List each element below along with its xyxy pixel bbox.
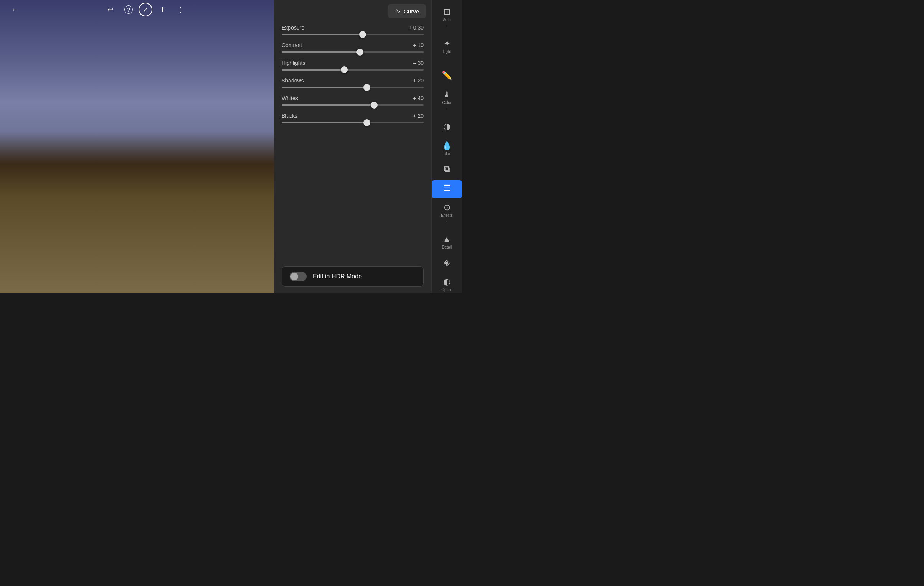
top-toolbar: ← ↩ ? ✓ ⬆ ⋮: [0, 0, 274, 19]
detail-label: Detail: [442, 245, 452, 249]
slider-track-whites[interactable]: [282, 104, 424, 106]
slider-fill-shadows: [282, 87, 367, 88]
auto-label: Auto: [443, 18, 451, 22]
color-dot: ·: [446, 105, 447, 112]
slider-header-highlights: Highlights – 30: [282, 60, 424, 66]
slider-value-exposure: + 0.30: [409, 25, 424, 31]
blur-icon: 💧: [442, 142, 452, 150]
slider-header-exposure: Exposure + 0.30: [282, 25, 424, 31]
icon-sidebar: ⊞Auto·✦Light·✏️🌡Color·◑💧Blur⧉☰⊙Effects·▲…: [431, 0, 462, 293]
light-label: Light: [443, 49, 451, 54]
slider-header-shadows: Shadows + 20: [282, 77, 424, 84]
photo-area: ← ↩ ? ✓ ⬆ ⋮: [0, 0, 274, 293]
sidebar-item-halftone[interactable]: ◑: [432, 119, 462, 136]
curve-label: Curve: [404, 8, 419, 15]
sidebar-item-blur[interactable]: 💧Blur: [432, 138, 462, 160]
slider-row-exposure: Exposure + 0.30: [282, 25, 424, 35]
right-panel: ∿ Curve Exposure + 0.30 Contrast + 10: [274, 0, 431, 293]
slider-track-blacks[interactable]: [282, 122, 424, 123]
erase-icon: ◈: [444, 258, 450, 267]
share-icon: ⬆: [160, 5, 165, 14]
slider-fill-whites: [282, 104, 374, 106]
check-icon: ✓: [143, 6, 148, 13]
slider-row-shadows: Shadows + 20: [282, 77, 424, 88]
slider-thumb-highlights[interactable]: [341, 66, 348, 73]
undo-button[interactable]: ↩: [103, 3, 117, 16]
effects-dot: ·: [446, 218, 447, 225]
crop-icon: ⧉: [444, 165, 450, 173]
undo-icon: ↩: [107, 5, 113, 14]
sidebar-item-effects[interactable]: ⊙Effects·: [432, 199, 462, 230]
halftone-icon: ◑: [443, 122, 450, 131]
hdr-toggle-switch: [290, 272, 307, 281]
hdr-toggle-button[interactable]: Edit in HDR Mode: [282, 266, 424, 287]
sidebar-item-light[interactable]: ✦Light·: [432, 36, 462, 66]
slider-label-shadows: Shadows: [282, 77, 304, 84]
slider-value-shadows: + 20: [413, 77, 424, 84]
slider-label-blacks: Blacks: [282, 113, 297, 119]
optics-icon: ◐: [443, 278, 450, 286]
slider-track-shadows[interactable]: [282, 87, 424, 88]
more-icon: ⋮: [177, 5, 184, 14]
slider-thumb-contrast[interactable]: [356, 49, 363, 56]
hdr-toggle-knob: [290, 273, 298, 280]
sidebar-item-heal[interactable]: ✏️: [432, 67, 462, 85]
sidebar-item-auto[interactable]: ⊞Auto·: [432, 4, 462, 34]
active-panel-icon: ☰: [443, 184, 451, 193]
curve-button-area: ∿ Curve: [274, 0, 431, 21]
auto-icon: ⊞: [444, 8, 450, 16]
slider-fill-blacks: [282, 122, 367, 123]
slider-track-highlights[interactable]: [282, 69, 424, 71]
slider-fill-contrast: [282, 51, 360, 53]
slider-fill-highlights: [282, 69, 344, 71]
slider-header-blacks: Blacks + 20: [282, 113, 424, 119]
slider-thumb-blacks[interactable]: [363, 119, 370, 126]
optics-dot: ·: [446, 293, 447, 293]
confirm-button[interactable]: ✓: [139, 3, 152, 16]
help-button[interactable]: ?: [122, 3, 135, 16]
help-icon: ?: [124, 5, 133, 14]
back-button[interactable]: ←: [8, 3, 21, 16]
slider-row-contrast: Contrast + 10: [282, 42, 424, 53]
effects-icon: ⊙: [444, 203, 450, 212]
slider-track-exposure[interactable]: [282, 34, 424, 35]
auto-dot: ·: [446, 23, 447, 30]
slider-row-whites: Whites + 40: [282, 95, 424, 106]
curve-button[interactable]: ∿ Curve: [388, 4, 426, 18]
sidebar-item-crop[interactable]: ⧉: [432, 161, 462, 179]
hdr-section: Edit in HDR Mode: [274, 262, 431, 293]
slider-row-highlights: Highlights – 30: [282, 60, 424, 71]
curve-icon: ∿: [395, 7, 401, 15]
slider-label-exposure: Exposure: [282, 25, 304, 31]
optics-label: Optics: [441, 288, 452, 292]
sidebar-item-optics[interactable]: ◐Optics·: [432, 274, 462, 293]
hdr-label: Edit in HDR Mode: [313, 273, 362, 280]
slider-fill-exposure: [282, 34, 363, 35]
slider-thumb-exposure[interactable]: [359, 31, 366, 38]
effects-label: Effects: [441, 213, 452, 217]
slider-header-whites: Whites + 40: [282, 95, 424, 101]
color-label: Color: [442, 100, 452, 105]
slider-label-whites: Whites: [282, 95, 298, 101]
slider-label-highlights: Highlights: [282, 60, 305, 66]
slider-thumb-shadows[interactable]: [363, 84, 370, 91]
slider-track-contrast[interactable]: [282, 51, 424, 53]
share-button[interactable]: ⬆: [155, 3, 169, 16]
detail-icon: ▲: [443, 235, 451, 244]
slider-thumb-whites[interactable]: [371, 102, 378, 109]
slider-value-contrast: + 10: [413, 42, 424, 48]
sidebar-item-active-panel[interactable]: ☰: [432, 180, 462, 198]
slider-header-contrast: Contrast + 10: [282, 42, 424, 48]
sidebar-item-erase[interactable]: ◈: [432, 255, 462, 272]
slider-value-blacks: + 20: [413, 113, 424, 119]
sidebar-item-detail[interactable]: ▲Detail: [432, 231, 462, 253]
sliders-panel: Exposure + 0.30 Contrast + 10 Highlights…: [274, 21, 431, 262]
slider-value-whites: + 40: [413, 95, 424, 101]
slider-value-highlights: – 30: [413, 60, 424, 66]
more-button[interactable]: ⋮: [174, 3, 188, 16]
slider-row-blacks: Blacks + 20: [282, 113, 424, 123]
back-icon: ←: [11, 6, 18, 14]
heal-icon: ✏️: [442, 71, 452, 80]
light-dot: ·: [446, 54, 447, 61]
sidebar-item-color[interactable]: 🌡Color·: [432, 87, 462, 117]
